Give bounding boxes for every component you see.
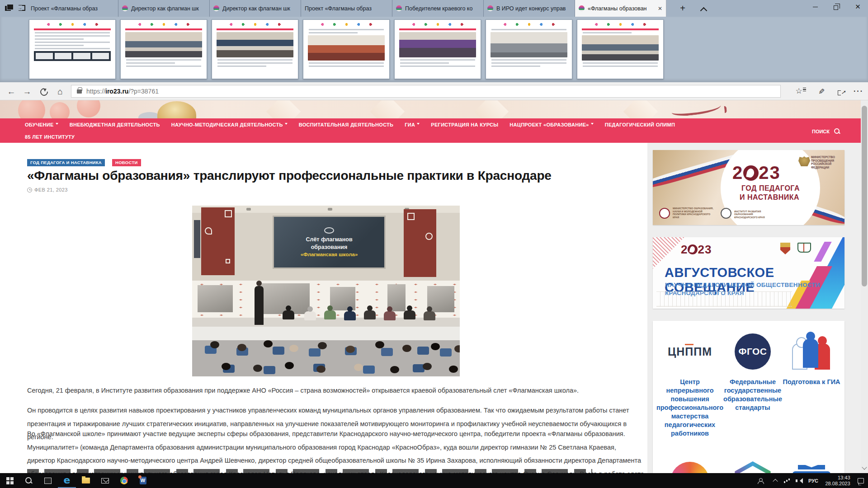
clock[interactable]: 13:4328.08.2023 — [823, 473, 853, 488]
share-icon[interactable] — [834, 85, 847, 97]
site-favicon — [396, 5, 402, 11]
settings-more-icon[interactable]: ··· — [852, 85, 865, 97]
mail-icon — [101, 478, 109, 483]
clipped-paragraph — [27, 469, 592, 473]
start-button[interactable] — [1, 473, 19, 488]
sidebar: 223 ГОД ПЕДАГОГА И НАСТАВНИКА МИНИСТЕРСТ… — [647, 143, 861, 473]
chevron-down-icon — [417, 123, 420, 126]
nav-search[interactable]: ПОИСК — [812, 128, 840, 134]
taskbar-explorer-button[interactable] — [77, 473, 95, 488]
language-indicator[interactable]: РУС — [806, 473, 821, 488]
browser-tab-bar: Проект «Флагманы образ Директор как флаг… — [0, 0, 868, 17]
scrollbar-down-icon[interactable] — [862, 465, 867, 470]
hide-tab-previews-icon[interactable] — [701, 6, 707, 13]
institute-logo-icon — [721, 208, 731, 219]
refresh-icon[interactable] — [38, 86, 50, 98]
site-favicon — [122, 5, 128, 11]
chrome-icon — [120, 477, 128, 484]
nav-item-nauchno[interactable]: НАУЧНО-МЕТОДИЧЕСКАЯ ДЕЯТЕЛЬНОСТЬ — [171, 122, 288, 127]
url-text: https://iro23.ru/?p=38761 — [86, 88, 159, 95]
home-icon[interactable]: ⌂ — [54, 86, 66, 98]
speaker-icon — [796, 478, 802, 483]
category-badge-novosti[interactable]: НОВОСТИ — [112, 159, 141, 166]
nav-item-85let[interactable]: 85 ЛЕТ ИНСТИТУТУ — [25, 134, 75, 140]
pelican-icon — [688, 244, 698, 254]
set-tabs-aside-icon[interactable] — [4, 3, 14, 14]
nav-item-pedolimp[interactable]: ПЕДАГОГИЧЕСКИЙ ОЛИМП — [605, 122, 675, 127]
web-notes-icon[interactable] — [815, 85, 827, 97]
browser-tab[interactable]: Проект «Флагманы образ — [301, 0, 392, 17]
tab-preview-strip — [0, 17, 868, 82]
edge-icon: e — [64, 474, 71, 486]
browser-tab-active[interactable]: «Флагманы образован ✕ — [575, 0, 666, 17]
browser-tab[interactable]: Директор как флагман шк — [118, 0, 210, 17]
window-restore-button[interactable] — [826, 0, 847, 14]
tile-gia[interactable]: Подготовка к ГИА — [782, 332, 841, 438]
network-tray-button[interactable] — [781, 473, 793, 488]
url-input[interactable]: https://iro23.ru/?p=38761 — [71, 85, 781, 98]
nav-item-vospitat[interactable]: ВОСПИТАТЕЛЬНАЯ ДЕЯТЕЛЬНОСТЬ — [299, 122, 394, 127]
back-icon[interactable]: ← — [5, 86, 17, 98]
browser-tab[interactable]: Проект «Флагманы образ — [27, 0, 118, 17]
window-minimize-button[interactable] — [805, 0, 826, 14]
people-tray-button[interactable] — [754, 473, 768, 488]
action-center-button[interactable] — [854, 473, 867, 488]
tile-fgos[interactable]: ФГОС Федеральные государственные образов… — [723, 332, 782, 438]
article-photo: Слёт флагманов образования «Флагманская … — [192, 206, 460, 376]
gia-people-logo — [791, 333, 832, 370]
tab-preview-thumbnail[interactable] — [486, 19, 572, 79]
taskbar-edge-button[interactable]: e — [58, 473, 76, 488]
page-scrollbar[interactable] — [861, 100, 868, 473]
fgos-logo: ФГОС — [735, 333, 771, 370]
taskbar-chrome-button[interactable] — [115, 473, 133, 488]
article-date: ФЕВ 21, 2023 — [27, 187, 68, 192]
browser-tab[interactable]: Победителем краевого ко — [392, 0, 484, 17]
address-bar: ← → ⌂ https://iro23.ru/?p=38761 ··· — [0, 82, 868, 100]
article-paragraph: Сегодня, 21 февраля, в Институте развити… — [27, 384, 646, 398]
category-badge-god-pedagoga[interactable]: ГОД ПЕДАГОГА И НАСТАВНИКА — [27, 159, 105, 166]
chevron-down-icon — [285, 123, 288, 126]
forward-icon[interactable]: → — [21, 86, 33, 98]
ministry-logo-icon — [659, 208, 670, 219]
tab-preview-thumbnail[interactable] — [394, 19, 481, 79]
nav-item-gia[interactable]: ГИА — [405, 122, 420, 127]
windows-logo-icon — [6, 477, 14, 484]
nav-item-vnebudzhet[interactable]: ВНЕБЮДЖЕТНАЯ ДЕЯТЕЛЬНОСТЬ — [70, 122, 160, 127]
people-icon — [758, 478, 764, 483]
photo-speaker — [255, 286, 264, 325]
banner-year-of-teacher[interactable]: 223 ГОД ПЕДАГОГА И НАСТАВНИКА МИНИСТЕРСТ… — [653, 150, 844, 225]
browser-tab[interactable]: Директор как флагман шк — [210, 0, 301, 17]
tab-preview-thumbnail[interactable] — [577, 19, 664, 79]
volume-tray-button[interactable] — [793, 473, 805, 488]
file-explorer-icon — [82, 478, 90, 483]
tab-preview-thumbnail[interactable] — [120, 19, 207, 79]
time: 13:43 — [825, 475, 850, 481]
krasnodar-crest-icon — [780, 243, 790, 254]
site-favicon — [487, 5, 493, 11]
chevron-down-icon — [591, 123, 594, 126]
nav-item-registracia[interactable]: РЕГИСТРАЦИЯ НА КУРСЫ — [431, 122, 498, 127]
tab-close-icon[interactable]: ✕ — [658, 5, 662, 12]
hidden-icons-chevron[interactable] — [769, 473, 781, 488]
site-main-nav: ОБУЧЕНИЕ ВНЕБЮДЖЕТНАЯ ДЕЯТЕЛЬНОСТЬ НАУЧН… — [0, 118, 868, 143]
tabs-set-aside-icon[interactable] — [17, 3, 28, 14]
tab-preview-thumbnail[interactable] — [303, 19, 390, 79]
date: 28.08.2023 — [825, 481, 850, 487]
window-close-button[interactable]: ✕ — [848, 0, 868, 14]
nav-item-nacproekt[interactable]: НАЦПРОЕКТ «ОБРАЗОВАНИЕ» — [509, 122, 593, 127]
tab-preview-thumbnail[interactable] — [212, 19, 298, 79]
browser-tab[interactable]: В ИРО идет конкурс управ — [484, 0, 575, 17]
new-tab-button[interactable]: + — [677, 3, 689, 14]
nav-item-obuchenie[interactable]: ОБУЧЕНИЕ — [25, 122, 58, 127]
favorites-icon[interactable] — [794, 85, 807, 97]
taskbar-mail-button[interactable] — [96, 473, 114, 488]
task-view-button[interactable] — [39, 473, 57, 488]
windows-taskbar: e W РУС 13:4328.08.2023 — [0, 473, 868, 488]
scrollbar-thumb[interactable] — [862, 106, 867, 286]
tile-cnppm[interactable]: ЦНППМ Центр непрерывного повышения профе… — [656, 332, 723, 438]
taskbar-search-button[interactable] — [20, 473, 38, 488]
banner-august-meeting[interactable]: 223 АВГУСТОВСКОЕ СОВЕЩАНИЕ НАУЧНО-ПЕДАГО… — [653, 237, 844, 309]
task-view-icon — [44, 478, 52, 484]
tab-preview-thumbnail[interactable] — [29, 19, 116, 79]
taskbar-word-button[interactable]: W — [134, 473, 152, 488]
